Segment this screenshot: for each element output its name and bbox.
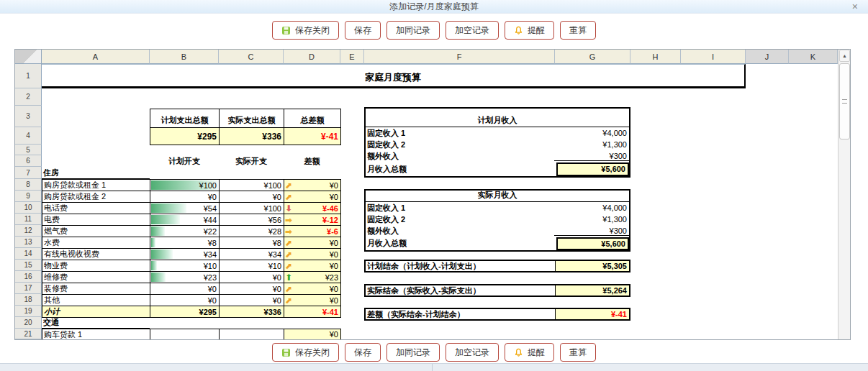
actual-amount-cell[interactable]: ¥28	[220, 226, 284, 237]
planned-amount-cell[interactable]: ¥54	[150, 203, 220, 214]
summary-header-cell[interactable]: 总差额	[284, 109, 341, 128]
summary-header-cell[interactable]: 实际支出总额	[220, 109, 284, 128]
income-label[interactable]: 额外收入	[366, 151, 554, 162]
actual-amount-cell[interactable]: ¥0	[220, 283, 284, 295]
toolbar-button-6[interactable]: 重算	[560, 343, 596, 362]
difference-cell[interactable]: ⬆¥23	[284, 272, 341, 283]
column-header-J[interactable]: J	[746, 50, 789, 64]
row-header-18[interactable]: 18	[15, 294, 42, 306]
toolbar-button-5[interactable]: 提醒	[505, 21, 554, 40]
income-total-label[interactable]: 月收入总额	[366, 164, 556, 175]
planned-amount-cell[interactable]: ¥44	[150, 214, 220, 226]
actual-amount-cell[interactable]: ¥8	[220, 237, 284, 249]
income-value[interactable]: ¥4,000	[554, 203, 629, 212]
section-label-housing[interactable]: 住房	[42, 167, 150, 179]
expense-item-cell[interactable]: 购房贷款或租金 2	[42, 191, 150, 203]
toolbar-button-3[interactable]: 加同记录	[386, 21, 440, 40]
row-header-17[interactable]: 17	[15, 283, 42, 294]
subtotal-difference-cell[interactable]: ¥-41	[284, 306, 341, 318]
select-all-corner-cell[interactable]	[15, 50, 42, 64]
expense-item-cell[interactable]: 燃气费	[42, 226, 150, 237]
toolbar-button-1[interactable]: 保存关闭	[272, 343, 339, 362]
row-header-10[interactable]: 10	[15, 202, 42, 214]
actual-amount-cell[interactable]	[220, 329, 284, 340]
row-header-11[interactable]: 11	[15, 214, 42, 225]
income-value[interactable]: ¥300	[554, 152, 629, 161]
difference-cell[interactable]: ⬈¥0	[284, 283, 341, 295]
scroll-up-icon[interactable]: ▲	[839, 50, 850, 62]
planned-amount-cell[interactable]	[150, 329, 220, 340]
summary-value-cell[interactable]: ¥336	[220, 128, 284, 145]
planned-amount-cell[interactable]: ¥23	[150, 272, 220, 283]
expense-item-cell[interactable]: 电费	[42, 214, 150, 226]
row-header-15[interactable]: 15	[15, 260, 42, 271]
expense-item-cell[interactable]: 物业费	[42, 260, 150, 272]
subtotal-label-cell[interactable]: 小计	[42, 306, 150, 318]
toolbar-button-1[interactable]: 保存关闭	[272, 21, 339, 40]
row-header-7[interactable]: 7	[15, 167, 42, 179]
column-header-C[interactable]: C	[219, 50, 284, 64]
income-total-value[interactable]: ¥5,600	[556, 237, 629, 250]
toolbar-button-5[interactable]: 提醒	[505, 343, 554, 362]
income-total-label[interactable]: 月收入总额	[366, 238, 556, 249]
section-label-transport[interactable]: 交通	[42, 317, 150, 329]
income-value[interactable]: ¥4,000	[554, 129, 629, 137]
income-total-value[interactable]: ¥5,600	[556, 162, 629, 176]
actual-amount-cell[interactable]: ¥0	[220, 191, 284, 203]
income-label[interactable]: 额外收入	[366, 226, 554, 237]
difference-cell[interactable]: ⬈¥0	[284, 237, 341, 249]
column-header-F[interactable]: F	[364, 50, 555, 64]
actual-amount-cell[interactable]: ¥34	[220, 249, 284, 260]
column-header-K[interactable]: K	[789, 50, 838, 64]
actual-amount-cell[interactable]: ¥0	[220, 295, 284, 306]
subtotal-planned-cell[interactable]: ¥295	[150, 306, 220, 318]
income-box-title[interactable]: 实际月收入	[366, 191, 629, 202]
row-header-1[interactable]: 1	[15, 64, 42, 88]
expense-item-cell[interactable]: 有线电视收视费	[42, 249, 150, 260]
result-value[interactable]: ¥5,305	[555, 261, 629, 271]
planned-amount-cell[interactable]: ¥34	[150, 249, 220, 260]
result-value[interactable]: ¥-41	[555, 309, 629, 319]
expense-item-cell[interactable]: 电话费	[42, 203, 150, 214]
expense-item-cell[interactable]: 购车贷款 1	[42, 329, 150, 340]
income-label[interactable]: 固定收入 1	[366, 128, 554, 139]
planned-amount-cell[interactable]: ¥0	[150, 283, 220, 295]
difference-cell[interactable]: ⬈¥0	[284, 180, 341, 191]
row-header-19[interactable]: 19	[15, 306, 42, 317]
toolbar-button-4[interactable]: 加空记录	[446, 21, 499, 40]
actual-amount-cell[interactable]: ¥56	[220, 214, 284, 226]
difference-cell[interactable]: ➡¥-12	[284, 214, 341, 226]
income-value[interactable]: ¥300	[554, 226, 629, 236]
column-header-D[interactable]: D	[284, 50, 340, 64]
toolbar-button-2[interactable]: 保存	[345, 21, 381, 40]
result-label[interactable]: 计划结余（计划收入-计划支出）	[366, 261, 555, 272]
expense-item-cell[interactable]: 装修费	[42, 283, 150, 295]
row-header-5[interactable]: 5	[15, 145, 42, 155]
difference-cell[interactable]: ⬈¥0	[284, 295, 341, 306]
column-header-G[interactable]: G	[555, 50, 630, 64]
income-label[interactable]: 固定收入 2	[366, 214, 554, 225]
planned-amount-cell[interactable]: ¥10	[150, 260, 220, 272]
row-header-3[interactable]: 3	[15, 106, 42, 127]
row-header-12[interactable]: 12	[15, 225, 42, 237]
vertical-scrollbar[interactable]: ▲	[838, 50, 850, 339]
row-header-2[interactable]: 2	[15, 88, 42, 106]
scroll-thumb[interactable]	[839, 63, 850, 139]
subtotal-actual-cell[interactable]: ¥336	[220, 306, 284, 318]
expense-item-cell[interactable]: 其他	[42, 295, 150, 306]
result-label[interactable]: 差额（实际结余-计划结余）	[366, 309, 555, 320]
planned-amount-cell[interactable]: ¥22	[150, 226, 220, 237]
summary-header-cell[interactable]: 计划支出总额	[150, 109, 220, 128]
actual-amount-cell[interactable]: ¥10	[220, 260, 284, 272]
toolbar-button-3[interactable]: 加同记录	[386, 343, 440, 362]
difference-cell[interactable]: ¥0	[284, 329, 341, 340]
toolbar-button-4[interactable]: 加空记录	[446, 343, 499, 362]
sheet-title-cell[interactable]: 家庭月度预算	[42, 64, 746, 88]
expense-item-cell[interactable]: 购房贷款或租金 1	[42, 180, 150, 191]
row-header-14[interactable]: 14	[15, 248, 42, 260]
difference-cell[interactable]: ⬈¥0	[284, 249, 341, 260]
summary-value-cell[interactable]: ¥-41	[284, 128, 341, 145]
expense-item-cell[interactable]: 维修费	[42, 272, 150, 283]
income-label[interactable]: 固定收入 2	[366, 139, 554, 150]
planned-amount-cell[interactable]: ¥0	[150, 295, 220, 306]
